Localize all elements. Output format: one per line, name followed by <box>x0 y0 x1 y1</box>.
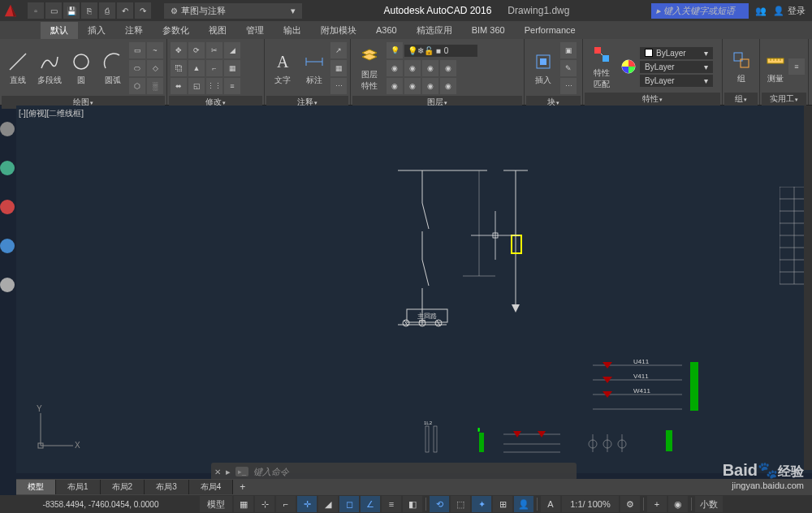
saveas-icon[interactable]: ⎘ <box>81 2 97 19</box>
title-bar: ▫ ▭ 💾 ⎘ ⎙ ↶ ↷ ⚙ 草图与注释 ▾ Autodesk AutoCAD… <box>0 0 812 21</box>
units-display[interactable]: 小数 <box>695 496 723 512</box>
tab-layout4[interactable]: 布局4 <box>189 480 234 494</box>
text-button[interactable]: A文字 <box>268 44 298 93</box>
iso-icon[interactable]: ◢ <box>318 496 338 512</box>
command-line[interactable]: ✕ ▸ ▸_ 键入命令 <box>211 463 577 481</box>
fillet-icon[interactable]: ⌐ <box>206 60 222 76</box>
scale-display[interactable]: 1:1/ 100% <box>562 496 619 512</box>
panel-props-label: 特性 <box>585 93 720 106</box>
tab-manage[interactable]: 管理 <box>236 22 274 39</box>
add-layout-button[interactable]: + <box>233 480 252 494</box>
tab-insert[interactable]: 插入 <box>78 22 115 39</box>
infocenter-icon[interactable]: 👥 <box>755 6 767 16</box>
new-icon[interactable]: ▫ <box>28 2 44 19</box>
leader-icon[interactable]: ↗ <box>330 42 347 58</box>
redo-icon[interactable]: ↷ <box>135 2 151 19</box>
svg-text:X: X <box>75 441 80 450</box>
tab-bim360[interactable]: BIM 360 <box>462 23 515 37</box>
polyline-button[interactable]: 多段线 <box>35 44 65 93</box>
svg-text:主回路: 主回路 <box>417 313 437 320</box>
layer-dropdown[interactable]: 💡❄🔓 ■ 0 <box>404 45 477 57</box>
mirror-icon[interactable]: ▲ <box>188 60 205 76</box>
osnap-icon[interactable]: ◻ <box>339 496 359 512</box>
vertical-scrollbar[interactable] <box>804 106 812 470</box>
lineweight-icon[interactable]: ≡ <box>382 496 401 512</box>
dock-icon[interactable] <box>0 278 15 292</box>
match-props-button[interactable]: 特性 匹配 <box>586 42 617 91</box>
trim-icon[interactable]: ✂ <box>206 42 222 58</box>
snap-icon[interactable]: ⊹ <box>255 496 274 512</box>
cycling-icon[interactable]: ⟲ <box>430 496 449 512</box>
dock-icon[interactable] <box>0 122 15 136</box>
svg-text:1L2: 1L2 <box>424 420 433 425</box>
grid-icon[interactable]: ▦ <box>234 496 253 512</box>
login-button[interactable]: 👤 登录 <box>773 5 806 17</box>
copy-icon[interactable]: ⿻ <box>171 60 187 76</box>
svg-rect-48 <box>425 426 429 452</box>
app-logo[interactable] <box>0 0 21 21</box>
workspace-dropdown[interactable]: ⚙ 草图与注释 ▾ <box>164 3 302 19</box>
dock-icon[interactable] <box>0 200 15 214</box>
modelspace-button[interactable]: 模型 <box>200 496 232 512</box>
tab-annotate[interactable]: 注释 <box>115 22 153 39</box>
tab-a360[interactable]: A360 <box>366 23 407 37</box>
open-icon[interactable]: ▭ <box>45 2 62 19</box>
ucs-icon[interactable]: X Y <box>32 405 81 457</box>
line-button[interactable]: 直线 <box>3 44 33 93</box>
arc-button[interactable]: 圆弧 <box>97 44 127 93</box>
rotate-icon[interactable]: ⟳ <box>188 42 205 58</box>
edit-block-icon[interactable]: ✎ <box>560 60 577 76</box>
print-icon[interactable]: ⎙ <box>99 2 115 19</box>
stretch-icon[interactable]: ⬌ <box>171 78 187 94</box>
create-block-icon[interactable]: ▣ <box>560 42 577 58</box>
polar-icon[interactable]: ✛ <box>297 496 317 512</box>
circle-button[interactable]: 圆 <box>67 44 97 93</box>
tab-layout1[interactable]: 布局1 <box>56 480 101 494</box>
tab-default[interactable]: 默认 <box>41 22 78 39</box>
tab-featured[interactable]: 精选应用 <box>407 22 462 39</box>
move-icon[interactable]: ✥ <box>171 42 187 58</box>
tab-performance[interactable]: Performance <box>515 23 585 37</box>
tab-parametric[interactable]: 参数化 <box>153 22 199 39</box>
color-wheel-icon[interactable] <box>619 42 638 91</box>
svg-rect-8 <box>603 55 609 62</box>
group-button[interactable]: 组 <box>726 42 756 91</box>
color-dropdown[interactable]: ByLayer▾ <box>640 47 713 59</box>
panel-modify: ✥⟳✂◢ ⿻▲⌐▦ ⬌◱⋮⋮≡ 修改 <box>167 39 265 105</box>
tab-view[interactable]: 视图 <box>199 22 236 39</box>
tab-addins[interactable]: 附加模块 <box>311 22 366 39</box>
search-input[interactable]: ▸ 键入关键字或短语 <box>651 3 749 19</box>
svg-text:U411: U411 <box>633 358 650 365</box>
tab-layout2[interactable]: 布局2 <box>101 480 145 494</box>
workspace-label: 草图与注释 <box>181 5 226 17</box>
close-icon[interactable]: ✕ <box>214 468 221 476</box>
undo-icon[interactable]: ↶ <box>117 2 133 19</box>
tab-layout3[interactable]: 布局3 <box>145 480 189 494</box>
3dosnap-icon[interactable]: ⬚ <box>451 496 470 512</box>
linetype-dropdown[interactable]: ByLayer▾ <box>640 75 713 87</box>
tab-model[interactable]: 模型 <box>16 480 56 494</box>
transparency-icon[interactable]: ◧ <box>403 496 422 512</box>
viewport-controls[interactable]: [-][俯视][二维线框] <box>19 108 84 119</box>
layer-props-button[interactable]: 图层 特性 <box>354 44 385 93</box>
array-icon[interactable]: ⋮⋮ <box>206 78 222 94</box>
measure-button[interactable]: 测量 <box>763 42 787 91</box>
table-icon[interactable]: ▦ <box>330 60 347 76</box>
insert-button[interactable]: 插入 <box>528 44 559 93</box>
layer-off-icon[interactable]: ◉ <box>387 60 403 76</box>
tab-output[interactable]: 输出 <box>274 22 311 39</box>
annoscale-icon[interactable]: A <box>541 496 560 512</box>
otrack-icon[interactable]: ∠ <box>361 496 380 512</box>
drawing-canvas[interactable]: [-][俯视][二维线框] 主回路 <box>16 106 812 473</box>
save-icon[interactable]: 💾 <box>63 2 80 19</box>
dynamic-ucs-icon[interactable]: ✦ <box>472 496 491 512</box>
rect-icon[interactable]: ▭ <box>129 42 145 58</box>
dimension-button[interactable]: 标注 <box>300 44 330 93</box>
dock-icon[interactable] <box>0 161 15 175</box>
cmd-prompt-icon: ▸_ <box>235 467 248 476</box>
scale-icon[interactable]: ◱ <box>188 78 205 94</box>
lineweight-dropdown[interactable]: ByLayer▾ <box>640 61 713 73</box>
ortho-icon[interactable]: ⌐ <box>276 496 296 512</box>
gear-icon[interactable]: ⚙ <box>620 496 640 512</box>
dock-icon[interactable] <box>0 239 15 253</box>
